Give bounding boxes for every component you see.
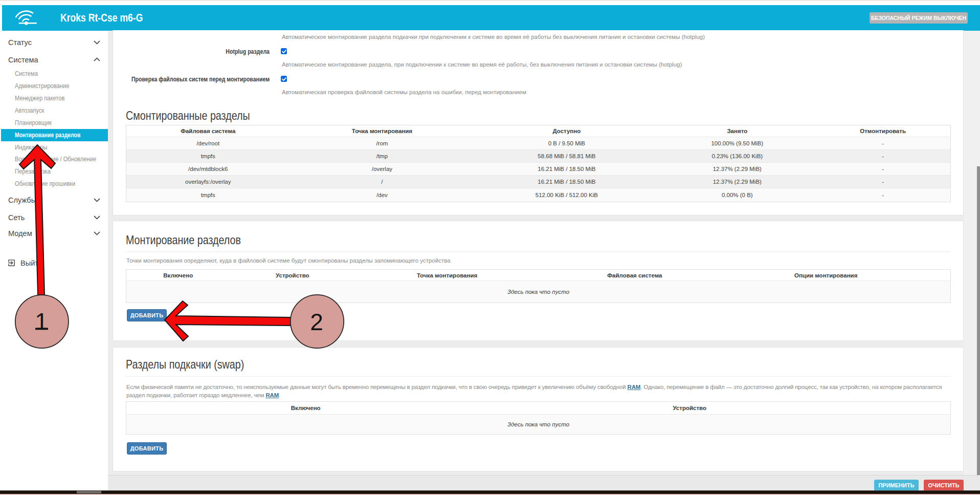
- svg-text:2: 2: [310, 309, 323, 335]
- svg-text:1: 1: [35, 308, 48, 335]
